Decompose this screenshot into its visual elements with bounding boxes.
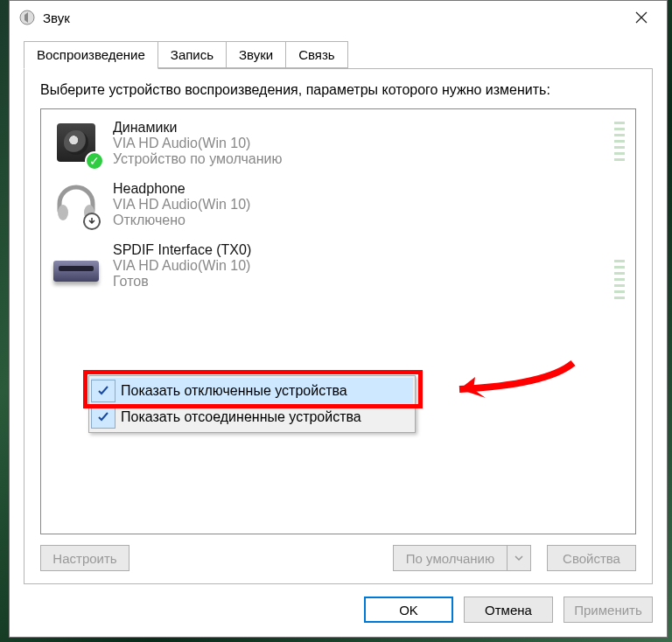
device-driver: VIA HD Audio(Win 10) [113,258,251,274]
default-badge-icon: ✓ [85,151,104,171]
tab-recording[interactable]: Запись [158,41,227,68]
tab-sounds[interactable]: Звуки [226,41,286,68]
device-speakers[interactable]: ✓ Динамики VIA HD Audio(Win 10) Устройст… [45,115,632,176]
device-driver: VIA HD Audio(Win 10) [113,136,283,151]
device-headphone[interactable]: Headphone VIA HD Audio(Win 10) Отключено [45,176,632,237]
device-status: Готов [113,274,251,290]
tab-communications[interactable]: Связь [285,41,347,68]
menu-label: Показать отсоединенные устройства [121,409,361,425]
device-status: Отключено [113,213,250,228]
menu-show-disabled[interactable]: Показать отключенные устройства [91,378,413,404]
check-icon [91,380,116,402]
set-default-button[interactable]: По умолчанию [393,545,507,571]
sound-dialog: Звук Воспроизведение Запись Звуки Связь … [9,0,668,638]
apply-button[interactable]: Применить [564,597,653,623]
check-icon [91,406,116,429]
speaker-icon: ✓ [52,118,101,167]
cancel-button[interactable]: Отмена [464,597,553,623]
svg-point-1 [58,205,68,220]
configure-button[interactable]: Настроить [40,545,130,571]
menu-label: Показать отключенные устройства [121,383,347,399]
download-badge-icon [83,213,101,230]
window-title: Звук [43,10,70,25]
annotation-arrow-icon [433,354,582,407]
level-meter [614,122,625,164]
set-default-split-button[interactable]: По умолчанию [393,545,531,571]
instruction-text: Выберите устройство воспроизведения, пар… [40,81,636,100]
chevron-down-icon[interactable] [507,545,531,571]
properties-button[interactable]: Свойства [547,545,636,571]
titlebar: Звук [10,1,667,34]
device-name: SPDIF Interface (TX0) [113,242,251,258]
tab-panel-playback: Выберите устройство воспроизведения, пар… [24,68,653,584]
device-status: Устройство по умолчанию [113,151,283,167]
close-button[interactable] [620,1,663,34]
spdif-icon [52,241,101,290]
ok-button[interactable]: OK [364,597,453,623]
device-driver: VIA HD Audio(Win 10) [113,197,250,213]
tab-playback[interactable]: Воспроизведение [24,41,158,69]
tab-strip: Воспроизведение Запись Звуки Связь [24,41,653,68]
panel-button-row: Настроить По умолчанию Свойства [40,534,636,571]
dialog-button-row: OK Отмена Применить [10,584,667,637]
level-meter [614,260,625,303]
device-spdif[interactable]: SPDIF Interface (TX0) VIA HD Audio(Win 1… [45,237,632,298]
device-name: Headphone [113,181,250,197]
sound-icon [18,9,36,26]
device-list[interactable]: ✓ Динамики VIA HD Audio(Win 10) Устройст… [40,108,636,534]
menu-show-disconnected[interactable]: Показать отсоединенные устройства [91,404,413,430]
headphone-icon [52,179,101,228]
device-name: Динамики [113,120,283,136]
context-menu: Показать отключенные устройства Показать… [88,375,416,433]
